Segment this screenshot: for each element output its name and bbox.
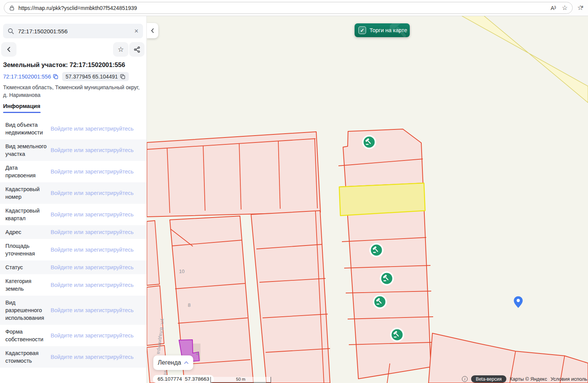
table-row: Статус Войдите или зарегистрируйтесь [0,260,147,274]
yandex-copyright-link[interactable]: Карты © Яндекс [510,376,547,382]
parcel-info-panel: × ☆ Земельный участок: 72:17:1502001:556 [0,16,147,383]
table-row: Кадастровый квартал Войдите или зарегист… [0,204,147,225]
login-link[interactable]: Войдите или зарегистрируйтесь [51,169,143,175]
login-link[interactable]: Войдите или зарегистрируйтесь [51,264,143,270]
login-link[interactable]: Войдите или зарегистрируйтесь [51,332,143,339]
chevron-up-icon [184,361,189,364]
auction-marker[interactable] [373,295,387,309]
login-link[interactable]: Войдите или зарегистрируйтесь [51,229,143,235]
share-button[interactable] [129,42,145,57]
collapse-sidebar-button[interactable] [147,23,158,38]
share-icon [134,46,140,53]
map-credits: i Beta-версия Карты © Яндекс Условия исп… [462,375,588,383]
terms-link[interactable]: Условия исполь [550,376,587,382]
parcel-number-label: 4 [196,351,199,357]
info-icon[interactable]: i [462,376,468,382]
back-button[interactable] [1,42,16,57]
parcel-number-label: 8 [188,302,191,308]
map-area[interactable]: 10 8 4 ул. Владимира ева [147,16,588,383]
parcel-address: Тюменская область, Тюменский муниципальн… [3,83,144,99]
map-canvas[interactable]: 10 8 4 ул. Владимира ева [147,16,588,383]
auction-marker[interactable] [370,243,384,257]
login-link[interactable]: Войдите или зарегистрируйтесь [51,126,143,132]
copy-icon[interactable] [120,74,125,79]
auction-marker[interactable] [380,272,394,286]
login-link[interactable]: Войдите или зарегистрируйтесь [51,147,143,153]
browser-toolbar: https://map.ru/pkk?ysclid=mmbkth07f54248… [0,0,588,16]
road[interactable] [457,16,588,103]
login-link[interactable]: Войдите или зарегистрируйтесь [51,247,143,253]
selected-parcel[interactable] [339,183,425,216]
cursor-coordinates: 65.107774 57.378663 [153,375,214,383]
search-box[interactable]: × [3,24,143,38]
favorite-star-icon[interactable]: ☆ [562,4,568,12]
tab-information[interactable]: Информация [3,103,40,109]
cadastral-block-right[interactable] [338,129,443,383]
add-favorite-button[interactable]: ☆ [113,42,128,57]
screen: https://map.ru/pkk?ysclid=mmbkth07f54248… [0,0,588,383]
login-link[interactable]: Войдите или зарегистрируйтесь [51,190,143,196]
address-bar[interactable]: https://map.ru/pkk?ysclid=mmbkth07f54248… [4,2,573,14]
table-row: Дата присвоения Войдите или зарегистриру… [0,161,147,182]
auction-marker[interactable] [362,135,376,149]
table-row: Кадастровая стоимость Войдите или зареги… [0,346,147,368]
table-row: Вид объекта недвижимости Войдите или зар… [0,118,147,139]
auctions-on-map-toggle[interactable]: ✓ Торги на карте [355,23,410,37]
copy-icon[interactable] [53,74,58,79]
chevron-left-icon [151,28,154,33]
table-row: Форма собственности Войдите или зарегист… [0,325,147,346]
tab-underline [3,112,41,113]
checkbox-checked-icon[interactable]: ✓ [358,26,366,34]
search-input[interactable] [18,28,134,34]
auction-marker[interactable] [390,328,404,342]
read-aloud-icon[interactable]: A)) [550,5,555,11]
lock-icon[interactable] [9,5,15,11]
star-icon: ☆ [118,45,124,54]
cadastral-number-link[interactable]: 72:17:1502001:556 [3,74,58,80]
table-row: Вид земельного участка Войдите или зарег… [0,139,147,161]
beta-badge: Beta-версия [471,375,506,383]
table-row: Площадь уточненная Войдите или зарегистр… [0,239,147,260]
table-row: Вид разрешенного использования Войдите и… [0,296,147,325]
favorites-hub-icon[interactable]: ☆≡ [577,3,583,12]
cadastral-block-middle[interactable] [251,211,330,383]
login-link[interactable]: Войдите или зарегистрируйтесь [51,354,143,360]
login-link[interactable]: Войдите или зарегистрируйтесь [51,211,143,218]
clear-search-icon[interactable]: × [134,28,138,34]
parcel-number-label: 10 [179,268,184,274]
table-row: Адрес Войдите или зарегистрируйтесь [0,225,147,239]
table-row: Кадастровый номер Войдите или зарегистри… [0,182,147,204]
map-pin[interactable] [514,296,523,308]
legend-button[interactable]: Легенда [153,355,193,370]
coordinates-badge: 57.377945 65.104491 [62,72,129,81]
url-text[interactable]: https://map.ru/pkk?ysclid=mmbkth07f54248… [18,5,550,11]
info-table: Вид объекта недвижимости Войдите или зар… [0,118,147,368]
login-link[interactable]: Войдите или зарегистрируйтесь [51,307,143,313]
search-icon [8,28,14,34]
scale-bar: 50 m [210,377,271,383]
table-row: Категория земель Войдите или зарегистрир… [0,274,147,296]
chevron-left-icon [7,46,11,52]
login-link[interactable]: Войдите или зарегистрируйтесь [51,282,143,288]
cadastral-block-topleft[interactable] [147,132,320,217]
page-title: Земельный участок: 72:17:1502001:556 [3,61,145,69]
